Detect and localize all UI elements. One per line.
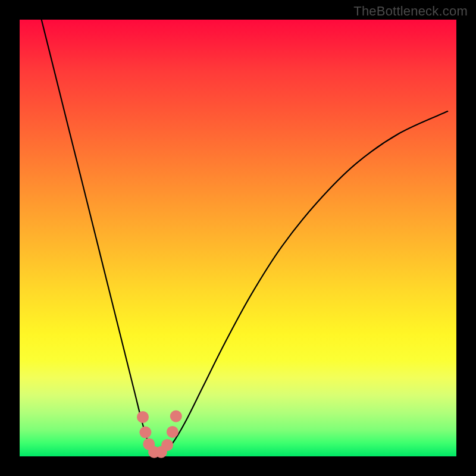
marker-dot — [167, 426, 178, 438]
bottleneck-curve — [42, 20, 448, 453]
marker-dot — [137, 411, 149, 423]
marker-dot — [139, 427, 151, 439]
watermark-text: TheBottleneck.com — [353, 4, 468, 19]
curve-svg — [20, 20, 456, 456]
marker-dot — [161, 439, 173, 451]
marker-dot — [170, 411, 182, 422]
minimum-markers — [137, 411, 182, 458]
chart-frame: TheBottleneck.com — [0, 0, 476, 476]
plot-area — [20, 20, 456, 456]
